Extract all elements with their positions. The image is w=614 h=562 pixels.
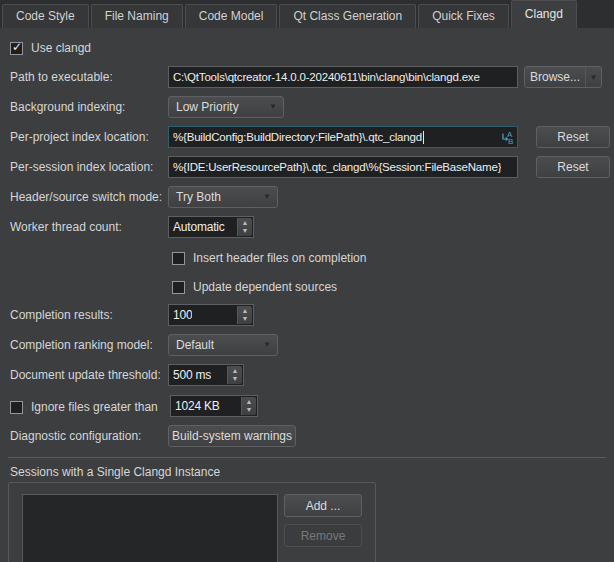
tab-label: Qt Class Generation: [293, 9, 402, 23]
use-clangd-checkbox-row[interactable]: ✓ Use clangd: [10, 40, 91, 56]
ignore-files-checkbox[interactable]: ✓: [10, 401, 23, 414]
tab-label: Clangd: [525, 7, 563, 21]
text-cursor: [423, 131, 424, 144]
ranking-model-select[interactable]: Default ▼: [168, 334, 278, 356]
chevron-down-icon: ▼: [263, 193, 271, 201]
svg-text:B: B: [508, 137, 513, 146]
tab-label: Code Model: [199, 9, 264, 23]
add-session-button-label: Add ...: [306, 499, 341, 513]
insert-variable-icon[interactable]: A B: [499, 130, 514, 145]
background-indexing-value: Low Priority: [176, 100, 239, 114]
tab-quick-fixes[interactable]: Quick Fixes: [418, 4, 509, 28]
remove-session-button-label: Remove: [301, 529, 346, 543]
chevron-down-icon: ▼: [269, 103, 277, 111]
reset-button-label: Reset: [557, 130, 588, 144]
spinner-down-icon[interactable]: ▼: [246, 406, 253, 414]
per-session-reset-button[interactable]: Reset: [536, 156, 610, 178]
per-session-index-input[interactable]: %{IDE:UserResourcePath}\.qtc_clangd\%{Se…: [168, 156, 518, 178]
update-sources-checkbox[interactable]: ✓: [172, 281, 185, 294]
tab-code-style[interactable]: Code Style: [2, 4, 89, 28]
update-threshold-value: 500 ms: [173, 368, 211, 382]
clangd-settings-window: Code Style File Naming Code Model Qt Cla…: [0, 0, 614, 562]
worker-thread-count-value: Automatic: [173, 220, 225, 234]
background-indexing-select[interactable]: Low Priority ▼: [168, 96, 284, 118]
completion-results-value: 100: [173, 308, 192, 322]
use-clangd-checkbox[interactable]: ✓: [10, 42, 23, 55]
spinner-down-icon[interactable]: ▼: [242, 227, 249, 235]
tab-label: Quick Fixes: [432, 9, 495, 23]
per-project-reset-button[interactable]: Reset: [536, 126, 610, 148]
tab-code-model[interactable]: Code Model: [185, 4, 278, 28]
separator: [8, 457, 606, 458]
spinner-buttons[interactable]: ▲▼: [227, 366, 242, 384]
update-threshold-spinbox[interactable]: 500 ms ▲▼: [168, 364, 244, 386]
completion-results-spinbox[interactable]: 100 ▲▼: [168, 304, 254, 326]
browse-button-label: Browse...: [530, 70, 580, 84]
switch-mode-select[interactable]: Try Both ▼: [168, 186, 278, 208]
settings-tabbar: Code Style File Naming Code Model Qt Cla…: [0, 0, 614, 28]
diagnostic-config-button[interactable]: Build-system warnings: [168, 425, 296, 447]
spinner-down-icon[interactable]: ▼: [232, 375, 239, 383]
remove-session-button[interactable]: Remove: [284, 524, 362, 547]
ignore-files-size-spinbox[interactable]: 1024 KB ▲▼: [170, 395, 258, 417]
insert-headers-checkbox-row[interactable]: ✓ Insert header files on completion: [172, 250, 366, 266]
sessions-group-title: Sessions with a Single Clangd Instance: [10, 461, 220, 483]
chevron-down-icon: ▼: [263, 341, 271, 349]
ignore-files-label: Ignore files greater than: [31, 400, 158, 414]
ranking-model-label: Completion ranking model:: [10, 334, 153, 356]
per-session-index-label: Per-session index location:: [10, 156, 153, 178]
executable-path-value: C:\QtTools\qtcreator-14.0.0-20240611\bin…: [173, 71, 480, 83]
worker-thread-count-spinbox[interactable]: Automatic ▲▼: [168, 216, 254, 238]
tab-label: Code Style: [16, 9, 75, 23]
spinner-up-icon[interactable]: ▲: [246, 398, 253, 406]
insert-headers-checkbox[interactable]: ✓: [172, 252, 185, 265]
tab-label: File Naming: [105, 9, 169, 23]
browse-button[interactable]: Browse... ▼: [524, 66, 602, 88]
use-clangd-label: Use clangd: [31, 41, 91, 55]
ranking-model-value: Default: [176, 338, 214, 352]
worker-thread-count-label: Worker thread count:: [10, 216, 122, 238]
per-project-index-label: Per-project index location:: [10, 126, 149, 148]
background-indexing-label: Background indexing:: [10, 96, 125, 118]
insert-headers-label: Insert header files on completion: [193, 251, 366, 265]
spinner-down-icon[interactable]: ▼: [242, 315, 249, 323]
executable-path-input[interactable]: C:\QtTools\qtcreator-14.0.0-20240611\bin…: [168, 66, 518, 88]
sessions-list[interactable]: [22, 494, 278, 562]
per-project-index-value: %{BuildConfig:BuildDirectory:FilePath}\.…: [173, 131, 422, 143]
add-session-button[interactable]: Add ...: [284, 494, 362, 517]
per-session-index-value: %{IDE:UserResourcePath}\.qtc_clangd\%{Se…: [173, 161, 501, 173]
tab-file-naming[interactable]: File Naming: [91, 4, 183, 28]
per-project-index-input[interactable]: %{BuildConfig:BuildDirectory:FilePath}\.…: [168, 126, 518, 148]
ignore-files-size-value: 1024 KB: [175, 399, 220, 413]
reset-button-label: Reset: [557, 160, 588, 174]
spinner-buttons[interactable]: ▲▼: [241, 397, 256, 415]
tab-qt-class-generation[interactable]: Qt Class Generation: [279, 4, 416, 28]
check-icon: ✓: [12, 40, 22, 54]
update-sources-checkbox-row[interactable]: ✓ Update dependent sources: [172, 279, 337, 295]
tab-clangd[interactable]: Clangd: [511, 0, 577, 28]
spinner-up-icon[interactable]: ▲: [242, 307, 249, 315]
ignore-files-checkbox-row[interactable]: ✓ Ignore files greater than: [10, 399, 158, 415]
update-threshold-label: Document update threshold:: [10, 364, 161, 386]
completion-results-label: Completion results:: [10, 304, 113, 326]
executable-path-label: Path to executable:: [10, 66, 113, 88]
diagnostic-config-label: Diagnostic configuration:: [10, 425, 141, 447]
spinner-buttons[interactable]: ▲▼: [237, 218, 252, 236]
switch-mode-value: Try Both: [176, 190, 221, 204]
update-sources-label: Update dependent sources: [193, 280, 337, 294]
browse-dropdown-arrow-icon[interactable]: ▼: [585, 67, 601, 87]
spinner-up-icon[interactable]: ▲: [232, 367, 239, 375]
spinner-up-icon[interactable]: ▲: [242, 219, 249, 227]
diagnostic-config-button-label: Build-system warnings: [172, 429, 292, 443]
spinner-buttons[interactable]: ▲▼: [237, 306, 252, 324]
switch-mode-label: Header/source switch mode:: [10, 186, 162, 208]
